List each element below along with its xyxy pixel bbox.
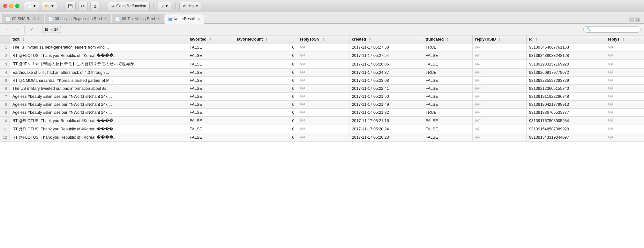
table-row[interactable]: 2RT @FLOTUS: Thank you Republic of #Kore… [0,51,644,60]
col-header-favorited[interactable]: favorited ⇕ [187,35,234,43]
table-row[interactable]: 5RT @CMOMaharashtra: #Korea is trusted p… [0,77,644,85]
col-header-replyt[interactable]: replyT ⇕ [605,35,644,43]
col-header-replytosn[interactable]: replyToSN ⇕ [297,35,349,43]
new-file-button[interactable]: 📄 ▼ [24,2,39,10]
tab-twitter[interactable]: ▦ twitterResult ✕ [165,14,204,24]
tab-sna-close[interactable]: ✕ [37,17,40,21]
sort-icon-favorited: ⇕ [209,38,211,41]
cell-favoritecount: 0 [234,51,297,60]
tab-textmining[interactable]: 📄 09-TextMining.Rmd ✕ [112,14,164,23]
col-header-replytosid[interactable]: replyToSID ⇕ [472,35,526,43]
table-row[interactable]: 3RT @JPN_1st:【韓国の反日デモ】この首切りデモのせいで世界か...F… [0,60,644,69]
table-row[interactable]: 7Ageless #beauty #skin Use our #NWorld #… [0,93,644,101]
tab-logistic[interactable]: 📄 06-LogisticRegression.Rmd ✕ [45,14,111,23]
tab-textmining-close[interactable]: ✕ [157,17,160,21]
forward-button[interactable]: → [13,26,21,33]
save-icon: 💾 [68,4,73,8]
print-button[interactable]: 🖨 [90,2,100,10]
table-row[interactable]: 10RT @FLOTUS: Thank you Republic of #Kor… [0,117,644,125]
save-button[interactable]: 💾 [65,2,76,10]
cell-created: 2017-11-17 05:24:37 [349,69,423,77]
row-number: 1 [0,43,10,51]
col-header-text[interactable]: text ⇕ [10,35,187,43]
cell-truncated: TRUE [423,69,472,77]
row-number: 5 [0,77,10,85]
cell-replyt: NA [605,77,644,85]
sort-icon-replytosid: ⇕ [498,38,501,41]
maximize-traffic-light[interactable] [15,4,19,8]
row-number: 3 [0,60,10,69]
table-row[interactable]: 12RT @FLOTUS: Thank you Republic of #Kor… [0,133,644,142]
tab-rmd-icon: 📄 [5,16,11,21]
col-header-created[interactable]: created ⇕ [349,35,423,43]
cell-replytosn: NA [297,93,349,101]
cell-favorited: FALSE [187,101,234,109]
cell-id: 931391543319044097 [526,133,605,142]
cell-replyt: NA [605,117,644,125]
minimize-traffic-light[interactable] [9,4,13,8]
cell-created: 2017-11-17 05:22:41 [349,85,423,93]
cell-truncated: FALSE [423,101,472,109]
cell-favorited: FALSE [187,125,234,133]
traffic-lights [3,4,19,8]
expand-button[interactable]: ⤢ [28,26,35,33]
cell-replytosn: NA [297,101,349,109]
go-to-file-icon: ⇒ [111,4,115,8]
cell-id: 931391911822286848 [526,93,605,101]
table-row[interactable]: 1The KF invited 11 next-generation leade… [0,43,644,51]
minimize-panel-button[interactable]: − [629,18,634,22]
titlebar: 📄 ▼ 📂 ▼ 💾 🗂 🖨 ⇒ Go to file/function ⊞ ▼ … [0,0,644,12]
tab-sna[interactable]: 📄 09-SNA.Rmd ✕ [2,14,44,23]
toolbar-separator-3 [154,3,154,9]
table-row[interactable]: 8Ageless #beauty #skin Use our #NWorld #… [0,101,644,109]
addins-button[interactable]: Addins ▾ [179,2,201,10]
cell-replytosid: NA [472,69,526,77]
cell-id: 931391548587089920 [526,125,605,133]
cell-replyt: NA [605,93,644,101]
row-number: 8 [0,101,10,109]
cell-replyt: NA [605,133,644,142]
table-row[interactable]: 11RT @FLOTUS: Thank you Republic of #Kor… [0,125,644,133]
cell-text: The US military tweeted out bad informat… [10,85,187,93]
search-input[interactable] [592,27,638,32]
cell-created: 2017-11-17 05:21:50 [349,93,423,101]
cell-replyt: NA [605,125,644,133]
cell-truncated: FALSE [423,93,472,101]
open-folder-button[interactable]: 📂 ▼ [42,2,57,10]
cell-replytosid: NA [472,77,526,85]
table-row[interactable]: 4Earthquake of 5.4 , had an aftershock o… [0,69,644,77]
cell-text: RT @JPN_1st:【韓国の反日デモ】この首切りデモのせいで世界か... [10,60,187,69]
col-header-favoritecount[interactable]: favoriteCount ⇕ [234,35,297,43]
tab-twitter-close[interactable]: ✕ [197,17,200,21]
cell-text: RT @CMOMaharashtra: #Korea is trusted pa… [10,77,187,85]
search-icon: 🔍 [586,27,591,32]
grid-view-button[interactable]: ⊞ ▼ [158,2,171,10]
col-header-id[interactable]: id ⇕ [526,35,605,43]
save-all-button[interactable]: 🗂 [78,2,88,10]
cell-created: 2017-11-17 05:20:23 [349,133,423,142]
toolbar-separator-4 [175,3,176,9]
table-row[interactable]: 6The US military tweeted out bad informa… [0,85,644,93]
filter-bar: ← → ⤢ ⊟ Filter 🔍 [0,24,644,35]
cell-text: Ageless #beauty #skin Use our #NWorld #N… [10,109,187,117]
tab-logistic-close[interactable]: ✕ [104,17,107,21]
go-to-file-button[interactable]: ⇒ Go to file/function [108,2,149,10]
row-number: 11 [0,125,10,133]
tab-table-icon: ▦ [168,17,172,21]
cell-replytosn: NA [297,117,349,125]
cell-favoritecount: 0 [234,101,297,109]
col-header-truncated[interactable]: truncated ⇕ [423,35,472,43]
row-number: 12 [0,133,10,142]
maximize-panel-button[interactable]: □ [635,18,640,22]
close-traffic-light[interactable] [3,4,7,8]
filter-button[interactable]: ⊟ Filter [42,26,61,33]
cell-replytosid: NA [472,109,526,117]
filter-sep-2 [39,26,39,33]
cell-replytosn: NA [297,125,349,133]
table-row[interactable]: 9Ageless #beauty #skin Use our #NWorld #… [0,109,644,117]
back-button[interactable]: ← [3,26,11,33]
cell-replytosid: NA [472,51,526,60]
search-box[interactable]: 🔍 [583,26,641,33]
new-file-icon: 📄 ▼ [27,4,36,8]
cell-text: The KF invited 11 next-generation leader… [10,43,187,51]
